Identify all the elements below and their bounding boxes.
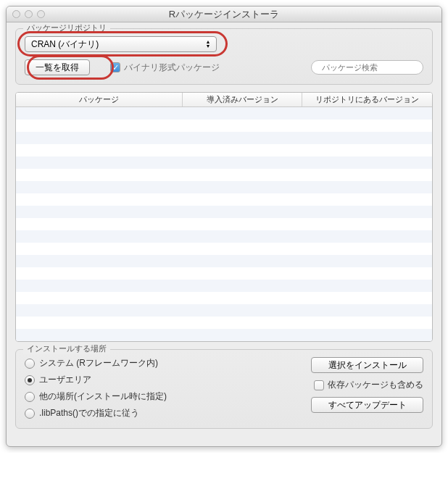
table-row[interactable]: [16, 120, 432, 132]
get-list-button[interactable]: 一覧を取得: [25, 59, 90, 75]
table-row[interactable]: [16, 230, 432, 243]
package-table: パッケージ 導入済みバージョン リポジトリにあるバージョン: [15, 92, 433, 342]
install-selected-button[interactable]: 選択をインストール: [311, 357, 423, 373]
table-row[interactable]: [16, 144, 432, 156]
radio-checked-icon: [25, 375, 35, 385]
table-row[interactable]: [16, 243, 432, 255]
table-row[interactable]: [16, 304, 432, 317]
table-body[interactable]: [16, 107, 432, 341]
update-all-button[interactable]: すべてアップデート: [311, 397, 423, 413]
table-row[interactable]: [16, 292, 432, 304]
header-installed[interactable]: 導入済みバージョン: [183, 93, 302, 106]
header-repo-version[interactable]: リポジトリにあるバージョン: [302, 93, 432, 106]
radio-libpaths[interactable]: .libPaths()での指定に従う: [25, 407, 167, 419]
deps-checkbox-label: 依存パッケージも含める: [328, 379, 423, 391]
table-row[interactable]: [16, 317, 432, 329]
radio-other-label: 他の場所(インストール時に指定): [39, 390, 167, 403]
radio-icon: [25, 392, 35, 402]
table-row[interactable]: [16, 329, 432, 341]
table-row[interactable]: [16, 218, 432, 230]
install-location-legend: インストールする場所: [23, 343, 110, 354]
search-input[interactable]: [320, 62, 423, 72]
checkbox-unchecked-icon[interactable]: [314, 380, 324, 390]
install-location-radios: システム (Rフレームワーク内) ユーザエリア 他の場所(インストール時に指定)…: [25, 357, 167, 419]
radio-user-label: ユーザエリア: [39, 374, 91, 386]
radio-icon: [25, 359, 35, 369]
repository-group: パッケージリポジトリ CRAN (バイナリ) ▲▼ 一覧を取得 ✓ バイナリ形式…: [15, 28, 433, 85]
binary-checkbox-label: バイナリ形式パッケージ: [124, 62, 220, 74]
table-row[interactable]: [16, 181, 432, 193]
table-row[interactable]: [16, 280, 432, 292]
zoom-icon[interactable]: [37, 10, 45, 18]
radio-libpaths-label: .libPaths()での指定に従う: [39, 407, 139, 419]
radio-user[interactable]: ユーザエリア: [25, 374, 167, 386]
install-location-group: インストールする場所 システム (Rフレームワーク内) ユーザエリア 他の場所(…: [15, 349, 433, 429]
deps-checkbox-row[interactable]: 依存パッケージも含める: [314, 379, 423, 391]
table-row[interactable]: [16, 169, 432, 181]
table-row[interactable]: [16, 132, 432, 144]
radio-icon: [25, 409, 35, 419]
table-row[interactable]: [16, 267, 432, 280]
repository-popup-value: CRAN (バイナリ): [31, 38, 99, 51]
minimize-icon[interactable]: [25, 10, 33, 18]
header-package[interactable]: パッケージ: [16, 93, 183, 106]
radio-system[interactable]: システム (Rフレームワーク内): [25, 357, 167, 369]
window-controls: [12, 10, 45, 18]
window-title: Rパッケージインストーラ: [7, 8, 441, 21]
close-icon[interactable]: [12, 10, 20, 18]
table-row[interactable]: [16, 206, 432, 218]
table-row[interactable]: [16, 193, 432, 206]
table-row[interactable]: [16, 255, 432, 267]
repository-legend: パッケージリポジトリ: [23, 22, 110, 33]
search-field[interactable]: [311, 60, 423, 75]
checkbox-checked-icon[interactable]: ✓: [110, 62, 120, 72]
radio-other[interactable]: 他の場所(インストール時に指定): [25, 390, 167, 403]
titlebar: Rパッケージインストーラ: [7, 7, 441, 22]
table-header: パッケージ 導入済みバージョン リポジトリにあるバージョン: [16, 93, 432, 107]
installer-window: Rパッケージインストーラ パッケージリポジトリ CRAN (バイナリ) ▲▼ 一…: [6, 6, 442, 447]
binary-checkbox-row[interactable]: ✓ バイナリ形式パッケージ: [110, 62, 220, 74]
chevron-updown-icon: ▲▼: [203, 40, 213, 49]
table-row[interactable]: [16, 107, 432, 120]
table-row[interactable]: [16, 156, 432, 169]
repository-popup[interactable]: CRAN (バイナリ) ▲▼: [25, 36, 217, 52]
radio-system-label: システム (Rフレームワーク内): [39, 357, 158, 369]
